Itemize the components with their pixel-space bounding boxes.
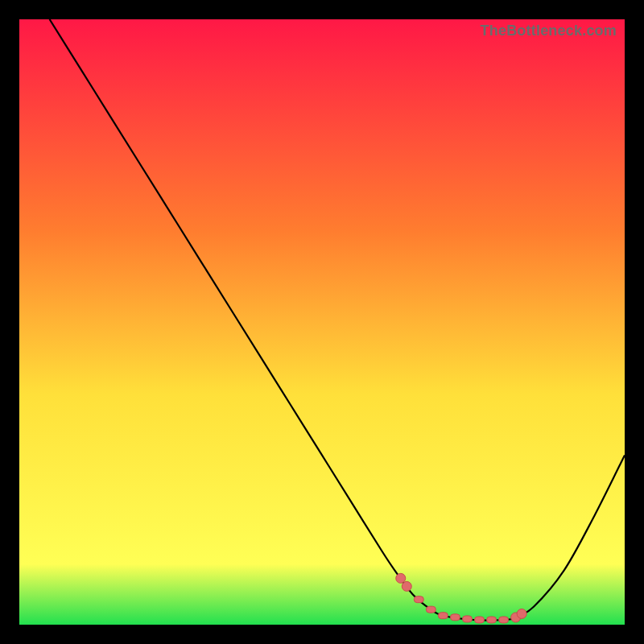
optimal-marker <box>396 573 406 583</box>
optimal-dash <box>499 617 509 623</box>
watermark-text: TheBottleneck.com <box>481 23 617 39</box>
optimal-dash <box>462 616 472 622</box>
optimal-marker <box>517 609 526 618</box>
optimal-dash <box>450 614 460 621</box>
optimal-dash <box>487 617 497 623</box>
gradient-background <box>19 19 625 625</box>
optimal-dash <box>414 597 423 603</box>
optimal-dash <box>438 613 448 619</box>
bottleneck-chart <box>19 19 625 625</box>
chart-frame: TheBottleneck.com <box>19 19 625 625</box>
optimal-dash <box>426 606 436 613</box>
optimal-marker <box>402 581 411 591</box>
optimal-dash <box>475 617 485 623</box>
